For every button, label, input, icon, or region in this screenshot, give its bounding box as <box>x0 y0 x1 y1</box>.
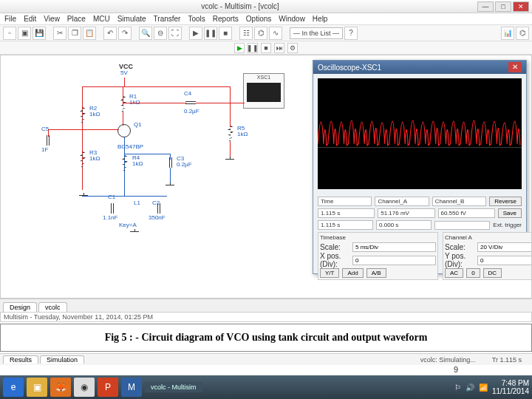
mode-ab[interactable]: A/B <box>366 268 386 278</box>
tray-flag-icon[interactable]: ⚐ <box>454 383 461 392</box>
menu-options[interactable]: Options <box>246 15 271 23</box>
zoom-out-icon[interactable]: ⊖ <box>154 27 167 40</box>
sim-stop-icon[interactable]: ■ <box>261 43 271 53</box>
meter-tool-icon[interactable]: ⌬ <box>516 27 529 40</box>
taskbar-running-app[interactable]: vcolc - Multisim <box>145 382 202 392</box>
c1-val: 1.1nF <box>103 215 117 222</box>
undo-icon[interactable]: ↶ <box>103 27 117 40</box>
menu-view[interactable]: View <box>44 15 60 23</box>
help-icon[interactable]: ? <box>344 27 358 40</box>
cha-ypos-input[interactable] <box>477 256 532 265</box>
menu-edit[interactable]: Edit <box>24 15 36 23</box>
q1-type: BC547BP <box>117 144 143 151</box>
component-icon[interactable]: ⌬ <box>254 27 267 40</box>
r4-val: 1kΩ <box>132 161 143 168</box>
tab-simulation[interactable]: Simulation <box>40 355 84 364</box>
copy-icon[interactable]: ❐ <box>68 27 81 40</box>
sim-step-icon[interactable]: ⏭ <box>274 43 284 53</box>
scope-close-button[interactable]: ✕ <box>508 62 522 72</box>
close-button[interactable]: ✕ <box>513 1 529 12</box>
window-buttons: — □ ✕ <box>477 1 529 12</box>
new-icon[interactable]: ▫ <box>3 27 16 40</box>
mode-yt[interactable]: Y/T <box>320 268 339 278</box>
tab-design[interactable]: Design <box>3 302 37 312</box>
menu-tools[interactable]: Tools <box>188 15 205 23</box>
resistor-r4[interactable] <box>122 155 128 171</box>
cap-c3[interactable] <box>168 157 174 168</box>
menu-reports[interactable]: Reports <box>213 15 239 23</box>
open-icon[interactable]: ▣ <box>18 27 31 40</box>
maximize-button[interactable]: □ <box>495 1 511 12</box>
save-button[interactable]: Save <box>498 208 522 218</box>
scope-title-text: Oscilloscope-XSC1 <box>318 64 381 72</box>
c1-name: C1 <box>108 194 115 201</box>
wire <box>170 154 171 160</box>
reverse-button[interactable]: Reverse <box>489 197 522 206</box>
transistor-q1[interactable] <box>117 124 131 137</box>
grid-icon[interactable]: ☷ <box>239 27 253 40</box>
xpos-input[interactable] <box>352 256 436 265</box>
resistor-r2[interactable] <box>80 107 86 123</box>
ground-icon <box>79 193 88 199</box>
figure-caption: Fig 5 : - Circuit diagram of VCO using t… <box>0 324 532 352</box>
component-list-combo[interactable]: — In the List — <box>290 27 343 39</box>
menu-help[interactable]: Help <box>313 15 328 23</box>
sim-status: vcolc: Simulating... <box>420 356 476 364</box>
chrome-icon[interactable]: ◉ <box>74 378 95 397</box>
sim-pause-icon[interactable]: ❚❚ <box>248 43 258 53</box>
menu-mcu[interactable]: MCU <box>93 15 110 23</box>
cha-hdr: Channel A <box>445 234 532 241</box>
circuit-canvas[interactable]: VCC 5V R1 1kΩ R2 1kΩ C5 1F R3 1kΩ Q1 BC5… <box>0 55 532 299</box>
cap-c1[interactable] <box>109 203 115 214</box>
tray-volume-icon[interactable]: 🔊 <box>466 383 474 392</box>
resistor-r3[interactable] <box>80 151 86 168</box>
tray-network-icon[interactable]: 📶 <box>479 383 488 392</box>
ground-icon <box>225 157 234 163</box>
scope-display[interactable] <box>318 78 522 189</box>
wire <box>48 129 49 137</box>
cap-c4[interactable] <box>185 100 196 106</box>
powerpoint-icon[interactable]: P <box>98 378 118 397</box>
cha-scale-input[interactable] <box>477 242 532 252</box>
cha-0[interactable]: 0 <box>466 268 480 278</box>
cap-c5[interactable] <box>45 135 51 146</box>
tray-date[interactable]: 11/11/2014 <box>492 387 529 395</box>
scope-tool-icon[interactable]: 📊 <box>501 27 514 40</box>
tray-time[interactable]: 7:48 PM <box>492 379 529 387</box>
wire <box>82 196 167 197</box>
zoom-in-icon[interactable]: 🔍 <box>139 27 152 40</box>
time-header: Time <box>318 197 372 206</box>
menu-place[interactable]: Place <box>67 15 86 23</box>
menu-window[interactable]: Window <box>279 15 305 23</box>
cut-icon[interactable]: ✂ <box>53 27 66 40</box>
redo-icon[interactable]: ↷ <box>118 27 132 40</box>
cha-dc[interactable]: DC <box>483 268 502 278</box>
sim-settings-icon[interactable]: ⚙ <box>287 43 298 53</box>
save-icon[interactable]: 💾 <box>33 27 46 40</box>
sim-play-icon[interactable]: ▶ <box>234 43 245 53</box>
menu-file[interactable]: File <box>4 15 16 23</box>
menu-bar: File Edit View Place MCU Simulate Transf… <box>0 13 532 25</box>
menu-simulate[interactable]: Simulate <box>117 15 146 23</box>
resistor-r5[interactable] <box>228 126 233 142</box>
mode-add[interactable]: Add <box>342 268 363 278</box>
oscilloscope-instrument[interactable]: XSC1 <box>243 73 284 109</box>
pause-icon[interactable]: ❚❚ <box>204 27 217 40</box>
tab-circuit[interactable]: vcolc <box>38 302 67 312</box>
explorer-icon[interactable]: ▣ <box>27 378 47 397</box>
ie-icon[interactable]: e <box>3 378 24 397</box>
probe-icon[interactable]: ∿ <box>269 27 282 40</box>
resistor-r1[interactable] <box>120 96 126 112</box>
firefox-icon[interactable]: 🦊 <box>50 378 71 397</box>
cha-ac[interactable]: AC <box>445 268 463 278</box>
zoom-fit-icon[interactable]: ⛶ <box>168 27 182 40</box>
paste-icon[interactable]: 📋 <box>83 27 96 40</box>
multisim-icon[interactable]: M <box>121 378 142 397</box>
stop-icon[interactable]: ■ <box>219 27 232 40</box>
timebase-scale-input[interactable] <box>352 242 436 252</box>
cha-header: Channel_A <box>375 197 429 206</box>
menu-transfer[interactable]: Transfer <box>154 15 181 23</box>
run-icon[interactable]: ▶ <box>189 27 202 40</box>
minimize-button[interactable]: — <box>477 1 494 12</box>
tab-results[interactable]: Results <box>3 355 38 364</box>
